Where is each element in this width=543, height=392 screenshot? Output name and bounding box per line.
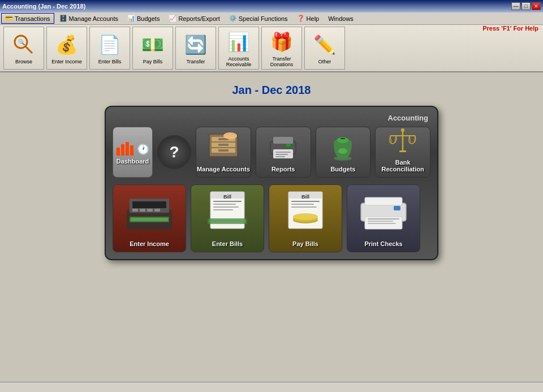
special-functions-icon: ⚙️	[229, 15, 237, 22]
menu-windows[interactable]: Windows	[324, 14, 357, 24]
budgets-img	[323, 130, 363, 163]
reports-button[interactable]: Reports	[256, 127, 311, 178]
svg-rect-51	[291, 201, 320, 202]
menu-reports-export[interactable]: 📈 Reports/Export	[165, 13, 223, 24]
menu-manage-accounts[interactable]: 🗄️ Manage Accounts	[55, 13, 122, 24]
transfer-donations-label: Transfer Donations	[262, 57, 301, 68]
maximize-button[interactable]: □	[522, 2, 531, 10]
svg-rect-15	[275, 154, 288, 155]
menu-special-functions[interactable]: ⚙️ Special Functions	[225, 13, 292, 24]
svg-point-21	[338, 148, 347, 154]
svg-rect-35	[147, 209, 153, 212]
bank-reconciliation-label: Bank Reconciliation	[376, 159, 430, 173]
toolbar-browse[interactable]: 🔍 Browse	[3, 27, 44, 70]
svg-point-56	[293, 213, 318, 220]
reports-label: Reports	[272, 166, 295, 173]
enter-income-bottom-label: Enter Income	[130, 240, 169, 247]
enter-bills-label: Enter Bills	[98, 59, 122, 65]
bank-reconciliation-button[interactable]: Bank Reconciliation	[375, 127, 430, 178]
svg-rect-33	[132, 209, 138, 212]
enter-bills-img: Bill	[196, 187, 258, 238]
svg-rect-17	[286, 144, 291, 147]
toolbar-enter-income[interactable]: 💰 Enter Income	[46, 27, 87, 70]
period-title: Jan - Dec 2018	[232, 84, 311, 97]
bottom-row: Enter Income Bill	[113, 184, 430, 252]
title-bar: Accounting (Jan - Dec 2018) — □ ✕	[0, 0, 543, 12]
dashboard-button[interactable]: 🕐 Dashboard	[113, 127, 153, 178]
svg-rect-62	[368, 223, 396, 224]
pay-bills-button[interactable]: Bill Pay Bills	[269, 184, 342, 252]
other-label: Other	[318, 59, 331, 65]
svg-rect-53	[291, 206, 317, 208]
window-title: Accounting (Jan - Dec 2018)	[2, 3, 85, 10]
enter-income-button[interactable]: Enter Income	[113, 184, 186, 252]
dashboard-label: Dashboard	[117, 158, 149, 165]
svg-rect-42	[213, 201, 242, 202]
toolbar: 🔍 Browse 💰 Enter Income 📄 Enter Bills 💵 …	[0, 25, 543, 72]
manage-accounts-icon: 🗄️	[59, 15, 67, 22]
reports-icon: 📈	[169, 15, 176, 22]
menu-transactions[interactable]: 💳 Transactions	[1, 13, 54, 24]
svg-rect-16	[275, 156, 285, 157]
svg-line-26	[410, 136, 411, 143]
pay-bills-bottom-label: Pay Bills	[292, 240, 318, 247]
question-button[interactable]: ?	[157, 135, 191, 169]
svg-text:Bill: Bill	[301, 194, 309, 200]
help-text: Press 'F1' For Help	[482, 25, 538, 32]
print-checks-bottom-label: Print Checks	[364, 240, 402, 247]
close-button[interactable]: ✕	[532, 2, 541, 10]
svg-text:🔍: 🔍	[18, 38, 25, 46]
svg-rect-58	[365, 197, 402, 205]
svg-rect-8	[218, 144, 229, 146]
browse-label: Browse	[15, 59, 32, 65]
svg-line-24	[390, 136, 391, 143]
question-mark: ?	[170, 143, 179, 161]
enter-bills-bottom-label: Enter Bills	[212, 240, 243, 247]
status-bar	[0, 382, 543, 392]
svg-rect-14	[275, 152, 291, 153]
top-row: 🕐 Dashboard ?	[113, 127, 430, 178]
svg-rect-52	[291, 204, 314, 205]
transfer-label: Transfer	[186, 59, 205, 65]
toolbar-accounts-receivable[interactable]: 📊 Accounts Receivable	[218, 27, 259, 70]
menu-budgets[interactable]: 📊 Budgets	[123, 13, 163, 24]
svg-rect-47	[209, 219, 246, 223]
panel-title: Accounting	[113, 114, 430, 122]
svg-rect-60	[368, 218, 399, 219]
svg-rect-12	[273, 137, 293, 144]
browse-icon: 🔍	[10, 31, 37, 58]
svg-rect-32	[132, 201, 166, 208]
manage-accounts-button[interactable]: Manage Accounts	[196, 127, 251, 178]
accounts-receivable-icon: 📊	[225, 28, 252, 55]
other-icon: ✏️	[311, 31, 338, 58]
toolbar-pay-bills[interactable]: 💵 Pay Bills	[132, 27, 173, 70]
transfer-donations-icon: 🎁	[268, 28, 295, 55]
enter-income-label: Enter Income	[51, 59, 82, 65]
manage-accounts-label: Manage Accounts	[197, 166, 250, 173]
svg-point-29	[401, 128, 404, 132]
print-checks-button[interactable]: Print Checks	[347, 184, 420, 252]
svg-rect-44	[213, 206, 239, 208]
transactions-icon: 💳	[5, 15, 13, 22]
help-icon: ❓	[297, 15, 305, 22]
main-content: Jan - Dec 2018 Accounting 🕐 Dashboard ?	[0, 72, 543, 392]
window-controls: — □ ✕	[511, 2, 541, 10]
budgets-button[interactable]: Budgets	[316, 127, 371, 178]
bank-reconciliation-img	[383, 127, 423, 157]
pay-bills-img: Bill	[274, 187, 337, 238]
toolbar-transfer[interactable]: 🔄 Transfer	[175, 27, 216, 70]
svg-rect-34	[140, 209, 145, 212]
svg-rect-38	[131, 218, 168, 221]
toolbar-transfer-donations[interactable]: 🎁 Transfer Donations	[261, 27, 302, 70]
toolbar-other[interactable]: ✏️ Other	[304, 27, 345, 70]
enter-income-bottom-img	[118, 187, 180, 238]
toolbar-enter-bills[interactable]: 📄 Enter Bills	[89, 27, 130, 70]
svg-rect-43	[213, 204, 236, 205]
minimize-button[interactable]: —	[511, 2, 520, 10]
pay-bills-icon: 💵	[139, 31, 166, 58]
menu-help[interactable]: ❓ Help	[293, 13, 324, 24]
enter-bills-button[interactable]: Bill Enter Bills	[191, 184, 264, 252]
manage-accounts-img	[204, 130, 243, 163]
svg-rect-63	[394, 206, 400, 210]
enter-income-icon: 💰	[53, 31, 80, 58]
